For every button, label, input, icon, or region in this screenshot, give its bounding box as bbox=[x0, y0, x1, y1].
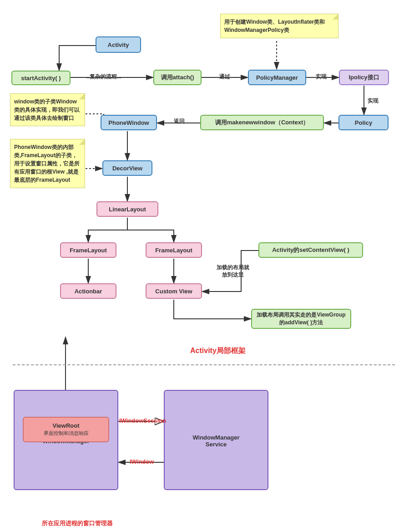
view-root-sub: 界面控制和消息响应 bbox=[44, 430, 89, 437]
edge-pass: 通过 bbox=[219, 73, 230, 81]
node-policy-manager: PolicyManager bbox=[248, 70, 306, 85]
node-actionbar: Actionbar bbox=[60, 283, 116, 299]
node-frame-layout-2: FrameLayout bbox=[146, 242, 202, 258]
divider bbox=[13, 364, 395, 365]
note-phonewindow: window类的子类Window类的具体实现，即我们可以通过该类具体去绘制窗口 bbox=[10, 93, 85, 126]
title-section2: 所在应用进程的窗口管理器 bbox=[42, 519, 113, 527]
node-activity: Activity bbox=[96, 36, 141, 53]
node-frame-layout-1: FrameLayout bbox=[60, 242, 116, 258]
node-custom-view: Custom View bbox=[146, 283, 202, 299]
title-section1: Activity局部框架 bbox=[190, 346, 246, 356]
wms-title: WindowManager bbox=[167, 434, 265, 441]
node-makenew: 调用makenewwindow（Context） bbox=[200, 115, 324, 130]
edge-load-layout: 加载的布局就放到这里 bbox=[215, 264, 251, 278]
node-phone-window: PhoneWindow bbox=[101, 115, 157, 130]
node-policy: Policy bbox=[338, 115, 389, 130]
label-iwindowsession: IWindowSession bbox=[119, 417, 166, 424]
wms-sub: Service bbox=[167, 441, 265, 448]
edge-impl: 实现 bbox=[316, 73, 327, 81]
node-linear-layout: LinearLayout bbox=[96, 201, 158, 217]
node-decor-view: DecorView bbox=[102, 160, 152, 176]
note-decorview: PhoneWindow类的内部类,FrameLayout的子类，用于设置窗口属性… bbox=[10, 139, 85, 188]
label-iwindow: IWindow bbox=[130, 458, 154, 465]
node-add-view: 加载布局调用其实走的是ViewGroup的addView( )方法 bbox=[251, 309, 351, 329]
node-attach: 调用attach() bbox=[153, 70, 202, 85]
edge-flow: ..复杂的流程... bbox=[86, 73, 121, 81]
view-root: ViewRoot 界面控制和消息响应 bbox=[23, 417, 109, 442]
node-ipolicy: Ipolicy接口 bbox=[339, 70, 389, 85]
node-set-content-view: Activity的setContentView( ) bbox=[258, 242, 363, 258]
node-start-activity: startActivity( ) bbox=[11, 71, 71, 85]
edge-return: 返回 bbox=[174, 118, 185, 125]
edge-impl2: 实现 bbox=[368, 97, 379, 105]
view-root-title: ViewRoot bbox=[53, 422, 80, 429]
note-policymanager: 用于创建Window类、LayoutInflater类和WindowManage… bbox=[220, 14, 338, 38]
wms-box: WindowManager Service bbox=[164, 390, 268, 490]
